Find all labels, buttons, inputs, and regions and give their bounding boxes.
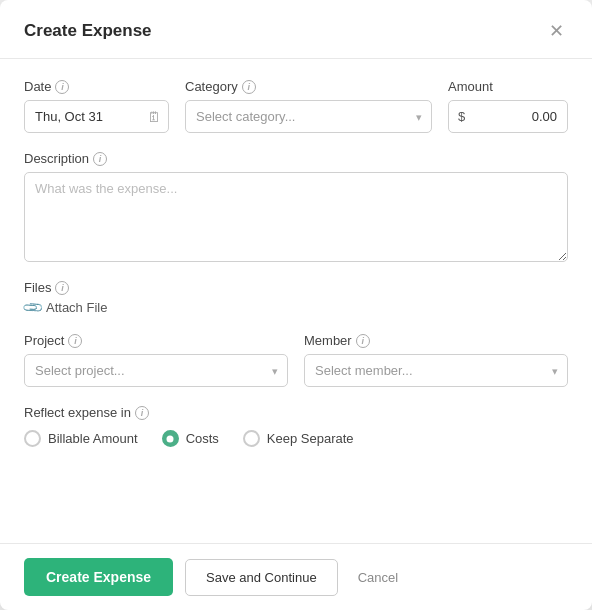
- create-expense-button[interactable]: Create Expense: [24, 558, 173, 596]
- project-group: Project i Select project... ▾: [24, 333, 288, 387]
- date-input-wrapper: 🗓: [24, 100, 169, 133]
- project-select-wrapper: Select project... ▾: [24, 354, 288, 387]
- category-info-icon: i: [242, 80, 256, 94]
- attach-file-label: Attach File: [46, 300, 107, 315]
- attach-file-button[interactable]: 📎 Attach File: [24, 299, 568, 315]
- files-info-icon: i: [55, 281, 69, 295]
- description-info-icon: i: [93, 152, 107, 166]
- category-select[interactable]: Select category...: [185, 100, 432, 133]
- amount-group: Amount $: [448, 79, 568, 133]
- radio-keep-separate-option[interactable]: Keep Separate: [243, 430, 354, 447]
- reflect-label-row: Reflect expense in i: [24, 405, 568, 420]
- member-group: Member i Select member... ▾: [304, 333, 568, 387]
- member-select[interactable]: Select member...: [304, 354, 568, 387]
- modal-header: Create Expense ✕: [0, 0, 592, 59]
- radio-billable-option[interactable]: Billable Amount: [24, 430, 138, 447]
- amount-input[interactable]: [448, 100, 568, 133]
- paperclip-icon: 📎: [21, 295, 44, 318]
- date-input[interactable]: [24, 100, 169, 133]
- description-group: Description i: [24, 151, 568, 262]
- radio-costs-label: Costs: [186, 431, 219, 446]
- member-label: Member i: [304, 333, 568, 348]
- radio-billable-input[interactable]: [24, 430, 41, 447]
- description-textarea[interactable]: [24, 172, 568, 262]
- date-group: Date i 🗓: [24, 79, 169, 133]
- category-select-wrapper: Select category... ▾: [185, 100, 432, 133]
- project-select[interactable]: Select project...: [24, 354, 288, 387]
- project-label: Project i: [24, 333, 288, 348]
- category-label: Category i: [185, 79, 432, 94]
- radio-keep-separate-input[interactable]: [243, 430, 260, 447]
- date-label: Date i: [24, 79, 169, 94]
- modal-body: Date i 🗓 Category i Select category...: [0, 59, 592, 543]
- close-button[interactable]: ✕: [545, 20, 568, 42]
- project-info-icon: i: [68, 334, 82, 348]
- radio-costs-option[interactable]: Costs: [162, 430, 219, 447]
- create-expense-modal: Create Expense ✕ Date i 🗓 Category i: [0, 0, 592, 610]
- member-select-wrapper: Select member... ▾: [304, 354, 568, 387]
- reflect-section: Reflect expense in i Billable Amount Cos…: [24, 405, 568, 447]
- project-member-row: Project i Select project... ▾ Member i: [24, 333, 568, 387]
- amount-label: Amount: [448, 79, 568, 94]
- files-section: Files i 📎 Attach File: [24, 280, 568, 315]
- description-label: Description i: [24, 151, 568, 166]
- modal-footer: Create Expense Save and Continue Cancel: [0, 543, 592, 610]
- member-info-icon: i: [356, 334, 370, 348]
- save-continue-button[interactable]: Save and Continue: [185, 559, 338, 596]
- cancel-button[interactable]: Cancel: [350, 560, 406, 595]
- radio-options: Billable Amount Costs Keep Separate: [24, 430, 568, 447]
- modal-title: Create Expense: [24, 21, 152, 41]
- radio-keep-separate-label: Keep Separate: [267, 431, 354, 446]
- date-info-icon: i: [55, 80, 69, 94]
- reflect-label: Reflect expense in: [24, 405, 131, 420]
- category-group: Category i Select category... ▾: [185, 79, 432, 133]
- amount-input-wrapper: $: [448, 100, 568, 133]
- date-category-amount-row: Date i 🗓 Category i Select category...: [24, 79, 568, 133]
- files-label: Files i: [24, 280, 568, 295]
- radio-billable-label: Billable Amount: [48, 431, 138, 446]
- radio-costs-input[interactable]: [162, 430, 179, 447]
- reflect-info-icon: i: [135, 406, 149, 420]
